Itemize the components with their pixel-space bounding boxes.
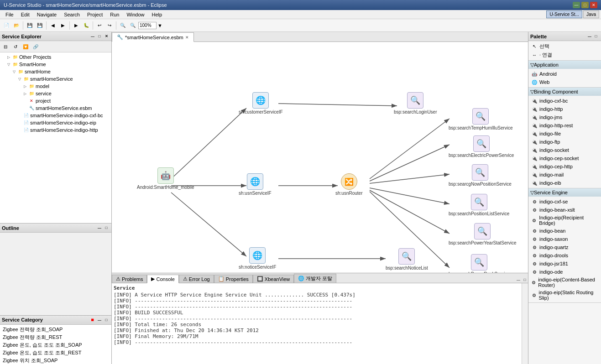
se-refresh[interactable]: ↺ — [11, 42, 20, 51]
save-button[interactable]: 💾 — [25, 21, 34, 30]
tab-console[interactable]: ▶ Console — [147, 275, 178, 283]
menu-window[interactable]: Window — [123, 11, 148, 18]
se-close-button[interactable]: ✕ — [103, 33, 110, 40]
palette-item-jsr181[interactable]: ⚙indigo-jsr181 — [530, 260, 599, 268]
palette-item-cxf-se[interactable]: ⚙indigo-cxf-se — [530, 198, 599, 206]
node-search-position-list[interactable]: 🔍 bsp:searchPositionListService — [449, 194, 509, 216]
zoom-in-button[interactable]: 🔍 — [118, 21, 127, 30]
menu-help[interactable]: Help — [148, 11, 166, 18]
close-button[interactable]: ✕ — [590, 2, 597, 8]
outline-minimize[interactable]: — — [96, 225, 103, 231]
palette-binding-header[interactable]: ▽ Binding Component — [528, 88, 601, 96]
palette-item-socket[interactable]: 🔌indigo-socket — [530, 146, 599, 154]
menu-navigate[interactable]: Navigate — [33, 11, 60, 18]
tree-item-smarthome[interactable]: ▽ 📁 SmartHome — [1, 61, 110, 68]
palette-item-http-rest[interactable]: 🔌indigo-http-rest — [530, 121, 599, 130]
node-search-power-year[interactable]: 🔍 bsp:searchPowerYearStatService — [449, 223, 517, 245]
node-usn-router[interactable]: 🔀 sh:usnRouter — [335, 173, 362, 196]
palette-item-content-based-router[interactable]: ⚙indigo-eip(Content-Based Router) — [530, 276, 599, 289]
expand-smarthomeservice[interactable]: ▽ — [17, 77, 22, 81]
se-collapse-all[interactable]: ⊟ — [1, 42, 10, 51]
back-button[interactable]: ◀ — [48, 21, 57, 30]
palette-item-file[interactable]: 🔌indigo-file — [530, 130, 599, 138]
tree-item-indigo-eip[interactable]: ▷ 📄 smartHomeService-indigo-eip — [1, 119, 110, 126]
console-maximize[interactable]: □ — [522, 276, 528, 283]
palette-item-ode[interactable]: ⚙indigo-ode — [530, 268, 599, 276]
tree-item-smarthomeservice[interactable]: ▽ 📁 smartHomeService — [1, 75, 110, 83]
menu-run[interactable]: Run — [106, 11, 123, 18]
sc-minimize[interactable]: — — [96, 317, 103, 323]
node-search-temp[interactable]: 🔍 bsp:searchTempHumIlluService — [449, 108, 513, 130]
diagram-canvas[interactable]: 🤖 Android:SmartHome_mobile 🌐 sh:customer… — [112, 42, 528, 273]
minimize-button[interactable]: — — [573, 2, 580, 8]
node-search-notice[interactable]: 🔍 bsp:searchNoticeList — [386, 248, 428, 270]
palette-item-jms[interactable]: 🔌indigo-jms — [530, 113, 599, 121]
palette-item-saxon[interactable]: ⚙indigo-saxon — [530, 235, 599, 243]
node-search-login-user[interactable]: 🔍 bsp:searchLoginUser — [394, 92, 437, 114]
zoom-dropdown[interactable]: ▼ — [157, 23, 162, 28]
palette-item-mail[interactable]: 🔌indigo-mail — [530, 171, 599, 179]
tab-properties[interactable]: 📋 Properties — [214, 275, 253, 283]
sc-item-zigbee-rest1[interactable]: Zigbee 전력량 조회_REST — [1, 333, 110, 341]
tree-item-indigo-http[interactable]: ▷ 📄 smartHomeService-indigo-http — [1, 126, 110, 134]
tree-item-indigo-cxf-bc[interactable]: ▷ 📄 smartHomeService-indigo-cxf-bc — [1, 112, 110, 119]
node-notice-service-if[interactable]: 🌐 sh:noticeServiceIF — [239, 247, 276, 270]
menu-search[interactable]: Search — [60, 11, 84, 18]
sc-maximize[interactable]: □ — [103, 317, 110, 323]
node-android[interactable]: 🤖 Android:SmartHome_mobile — [137, 167, 194, 190]
menu-file[interactable]: File — [2, 11, 17, 18]
console-scrollbar[interactable] — [522, 283, 528, 364]
palette-item-cxf-bc[interactable]: 🔌indigo-cxf-bc — [530, 97, 599, 105]
expand-service[interactable]: ▷ — [23, 91, 27, 96]
editor-tab-esbm[interactable]: 🔧 *smartHomeService.esbm ✕ — [112, 32, 194, 42]
palette-application-header[interactable]: ▽ Application — [528, 61, 601, 69]
node-search-power-rank[interactable]: 🔍 bsp:searchPowerRankService — [449, 254, 510, 273]
debug-button[interactable]: 🐛 — [82, 21, 91, 30]
tab-problems[interactable]: ⚠ Problems — [112, 275, 147, 283]
palette-item-cep-http[interactable]: 🔌indigo-cep-http — [530, 162, 599, 171]
se-filter[interactable]: 🔽 — [21, 42, 30, 51]
menu-edit[interactable]: Edit — [17, 11, 33, 18]
sc-item-zigbee-rest2[interactable]: Zigbee 온도, 습도 조도 조회_REST — [1, 349, 110, 357]
palette-item-bean[interactable]: ⚙indigo-bean — [530, 227, 599, 235]
save-all-button[interactable]: 💾 — [35, 21, 44, 30]
se-link[interactable]: 🔗 — [31, 42, 40, 51]
new-button[interactable]: 📄 — [2, 21, 11, 30]
run-button[interactable]: ▶ — [72, 21, 81, 30]
palette-item-ftp[interactable]: 🔌indigo-ftp — [530, 138, 599, 146]
open-button[interactable]: 📂 — [12, 21, 21, 30]
palette-item-quartz[interactable]: ⚙indigo-quartz — [530, 243, 599, 251]
perspective-java[interactable]: Java — [583, 10, 599, 18]
tab-error-log[interactable]: ⚠ Error Log — [179, 275, 214, 283]
se-maximize-button[interactable]: □ — [96, 33, 103, 40]
sc-item-zigbee-soap3[interactable]: Zigbee 위치 조회_SOAP — [1, 357, 110, 364]
palette-minimize[interactable]: — — [586, 33, 593, 40]
palette-item-cep-socket[interactable]: 🔌indigo-cep-socket — [530, 154, 599, 162]
palette-item-http[interactable]: 🔌indigo-http — [530, 105, 599, 113]
sc-item-zigbee-soap1[interactable]: Zigbee 전력량 조회_SOAP — [1, 326, 110, 333]
forward-button[interactable]: ▶ — [58, 21, 68, 30]
tree-item-service[interactable]: ▷ 📁 service — [1, 90, 110, 97]
zoom-input[interactable] — [138, 22, 157, 29]
tree-item-esbm[interactable]: ▷ 🔧 smartHomeService.esbm — [1, 104, 110, 112]
redo-button[interactable]: ↪ — [105, 21, 114, 30]
palette-item-drools[interactable]: ⚙indigo-drools — [530, 251, 599, 260]
zoom-out-button[interactable]: 🔍 — [128, 21, 137, 30]
palette-item-connect[interactable]: ↔ · 연결 — [530, 51, 599, 59]
tree-item-other-projects[interactable]: ▷ 📁 Other Projects — [1, 53, 110, 61]
tree-item-model[interactable]: ▷ 📁 model — [1, 83, 110, 90]
palette-service-engine-header[interactable]: ▽ Service Engine — [528, 188, 601, 197]
palette-item-static-routing[interactable]: ⚙indigo-eip(Static Routing Slip) — [530, 289, 599, 302]
tab-devportal[interactable]: 🌐 개발자 포탈 — [294, 274, 336, 283]
tab-xbeanview[interactable]: 🔲 XbeanView — [253, 275, 294, 283]
perspective-uservice[interactable]: U-Service St... — [546, 10, 582, 18]
tab-close-button[interactable]: ✕ — [185, 35, 189, 40]
expand-smarthome-sub[interactable]: ▽ — [12, 69, 16, 74]
menu-project[interactable]: Project — [84, 11, 106, 18]
palette-item-web[interactable]: 🌐 Web — [530, 78, 599, 86]
se-minimize-button[interactable]: — — [89, 33, 96, 40]
palette-item-recipient-bridge[interactable]: ⚙Indigo-eip(Recipient Bridge) — [530, 214, 599, 227]
maximize-button[interactable]: □ — [581, 2, 589, 8]
undo-button[interactable]: ↩ — [95, 21, 104, 30]
expand-other-projects[interactable]: ▷ — [6, 55, 11, 59]
